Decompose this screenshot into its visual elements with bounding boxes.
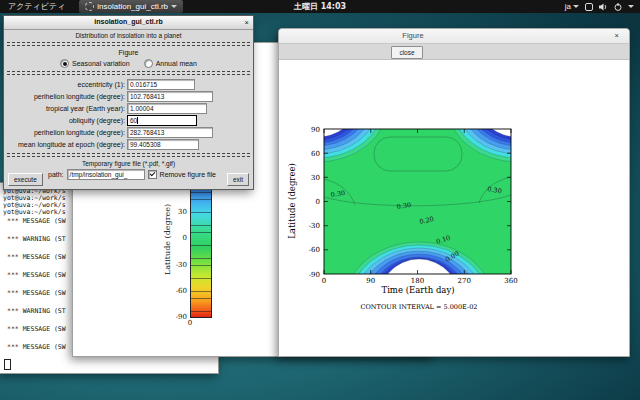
field-row-obliquity: obliquity (degree): 60 bbox=[4, 114, 253, 126]
terminal-cursor bbox=[4, 359, 11, 370]
field-label: eccentricity (1): bbox=[4, 81, 125, 88]
input-method-menu[interactable]: ja bbox=[565, 2, 579, 11]
terminal-log-line: *** MESSAGE (SW bbox=[7, 217, 77, 225]
execute-button[interactable]: execute bbox=[8, 173, 43, 186]
perihelion-longitude-entry[interactable]: 102.768413 bbox=[127, 91, 213, 102]
eccentricity-entry[interactable]: 0.016715 bbox=[127, 79, 195, 90]
activities-button[interactable]: アクティビティ bbox=[8, 1, 65, 12]
x-tick-label: 270 bbox=[458, 277, 471, 285]
behind-y-tick: 30 bbox=[169, 208, 187, 216]
tropical-year-entry[interactable]: 1.00004 bbox=[127, 103, 207, 114]
figure-toolbar: close bbox=[279, 44, 629, 60]
radio-annual-mean[interactable]: Annual mean bbox=[144, 59, 197, 68]
separator bbox=[7, 153, 250, 157]
x-tick-label: 180 bbox=[411, 277, 424, 285]
dialog-body: Distribution of insolation into a planet… bbox=[4, 29, 253, 189]
radio-seasonal-label: Seasonal variation bbox=[72, 60, 130, 67]
figure-window-titlebar[interactable]: Figure × bbox=[279, 29, 629, 44]
field-row-perihelion-longitude-1: perihelion longitude (degree): 102.76841… bbox=[4, 90, 253, 102]
y-axis-label: Latitude (degree) bbox=[287, 163, 297, 239]
insolation-control-dialog: insolation_gui_ctl.rb × Distribution of … bbox=[3, 15, 254, 190]
behind-y-tick: -60 bbox=[169, 287, 187, 295]
radio-seasonal-variation[interactable]: Seasonal variation bbox=[60, 59, 130, 68]
figure-section-heading: Figure bbox=[4, 49, 253, 56]
figure-mode-radios: Seasonal variation Annual mean bbox=[4, 59, 253, 68]
y-tick-label: -90 bbox=[309, 271, 320, 279]
x-tick-label: 90 bbox=[366, 277, 375, 285]
contour-interval-caption: CONTOUR INTERVAL = 5.000E-02 bbox=[361, 303, 478, 311]
system-tray: ja bbox=[565, 0, 634, 13]
y-tick-label: 0 bbox=[316, 198, 320, 206]
behind-y-tick: 0 bbox=[169, 234, 187, 242]
gnome-top-bar: アクティビティ insolation_gui_ctl.rb 土曜日 14:03 … bbox=[0, 0, 640, 13]
behind-y-tick: -30 bbox=[169, 261, 187, 269]
exit-button[interactable]: exit bbox=[227, 173, 249, 186]
dialog-buttons: execute exit bbox=[8, 173, 249, 186]
dialog-titlebar[interactable]: insolation_gui_ctl.rb × bbox=[4, 16, 253, 30]
field-label: perihelion longitude (degree): bbox=[4, 129, 125, 136]
field-label: tropical year (Earth year): bbox=[4, 105, 125, 112]
y-tick-label: 60 bbox=[311, 150, 320, 158]
chevron-down-icon bbox=[171, 5, 177, 8]
perihelion-longitude-epoch-entry[interactable]: 282.768413 bbox=[127, 127, 213, 138]
field-row-perihelion-longitude-2: perihelion longitude (degree): 282.76841… bbox=[4, 126, 253, 138]
y-tick-label: 90 bbox=[311, 126, 320, 134]
terminal-log-line: *** WARNING (ST bbox=[7, 235, 77, 243]
obliquity-entry[interactable]: 60 bbox=[127, 115, 197, 126]
desktop: yot@uva:~/work/s yot@uva:~/work/s yot@uv… bbox=[0, 0, 640, 400]
x-tick-label: 360 bbox=[504, 277, 517, 285]
dialog-title: insolation_gui_ctl.rb bbox=[4, 18, 253, 25]
radio-unselected-icon bbox=[144, 59, 153, 68]
input-method-label: ja bbox=[565, 2, 571, 11]
chevron-down-icon bbox=[628, 5, 634, 8]
terminal-log-line: *** WARNING (ST bbox=[7, 307, 77, 315]
obliquity-value: 60 bbox=[130, 117, 137, 124]
app-icon bbox=[85, 2, 94, 11]
terminal-log-line: *** MESSAGE (SW bbox=[7, 343, 77, 351]
field-row-mean-longitude: mean longitude at epoch (degree): 99.405… bbox=[4, 138, 253, 150]
close-button[interactable]: close bbox=[391, 46, 423, 59]
terminal-log-line: *** MESSAGE (SW bbox=[7, 271, 77, 279]
close-icon[interactable]: × bbox=[245, 18, 249, 27]
field-row-tropical-year: tropical year (Earth year): 1.00004 bbox=[4, 102, 253, 114]
contour-plot: 90 60 30 0 -30 -60 -90 0 90 180 270 360 … bbox=[279, 59, 629, 356]
field-label: mean longitude at epoch (degree): bbox=[4, 141, 125, 148]
separator bbox=[7, 71, 250, 75]
separator bbox=[7, 42, 250, 46]
volume-icon[interactable] bbox=[599, 3, 608, 11]
figure-window-title: Figure bbox=[383, 31, 443, 40]
field-label: perihelion longitude (degree): bbox=[4, 93, 125, 100]
text-cursor bbox=[137, 117, 138, 124]
radio-annual-label: Annual mean bbox=[156, 60, 197, 67]
power-icon[interactable] bbox=[614, 3, 622, 11]
tempfile-heading: Temporary figure file (*.pdf, *.gif) bbox=[4, 160, 253, 167]
dialog-description: Distribution of insolation into a planet bbox=[4, 32, 253, 39]
figure-window: Figure × close bbox=[278, 28, 630, 357]
x-tick-label: 0 bbox=[322, 277, 326, 285]
y-tick-label: -60 bbox=[309, 246, 320, 254]
terminal-log-line: *** MESSAGE (SW bbox=[7, 253, 77, 261]
terminal-log-line: *** MESSAGE (SW bbox=[7, 289, 77, 297]
terminal-prompt-line: yot@uva:~/work/s bbox=[3, 208, 73, 216]
field-row-eccentricity: eccentricity (1): 0.016715 bbox=[4, 78, 253, 90]
radio-selected-icon bbox=[60, 59, 69, 68]
active-app-title: insolation_gui_ctl.rb bbox=[97, 2, 168, 11]
y-tick-label: 30 bbox=[311, 174, 320, 182]
accessibility-icon[interactable] bbox=[585, 3, 593, 11]
x-axis-label: Time (Earth day) bbox=[381, 285, 454, 295]
chevron-down-icon bbox=[573, 5, 579, 8]
behind-x-tick: 0 bbox=[185, 319, 195, 327]
field-label: obliquity (degree): bbox=[4, 117, 125, 124]
active-app-menu[interactable]: insolation_gui_ctl.rb bbox=[79, 0, 183, 13]
mean-longitude-entry[interactable]: 99.405308 bbox=[127, 139, 199, 150]
y-tick-label: -30 bbox=[309, 222, 320, 230]
terminal-log-line: *** MESSAGE (SW bbox=[7, 325, 77, 333]
close-icon[interactable]: × bbox=[615, 31, 619, 40]
